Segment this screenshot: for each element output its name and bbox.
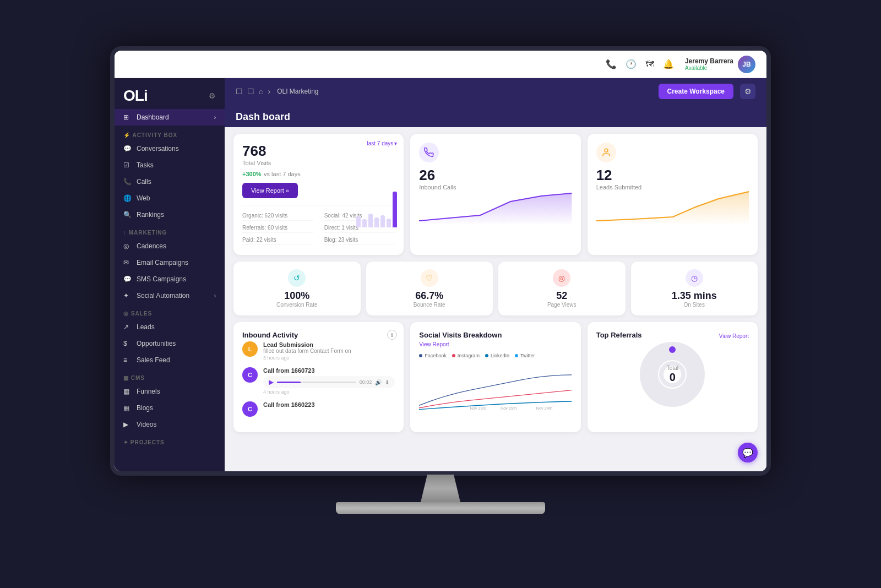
lead-time: 3 hours ago xyxy=(263,355,395,361)
nav-icon-3: ⌂ xyxy=(259,87,263,96)
call2-avatar: C xyxy=(242,401,258,417)
social-automation-label: Social Automation xyxy=(137,292,189,300)
bounce-label: Bounce Rate xyxy=(373,302,487,308)
page-views-icon: ◎ xyxy=(553,269,570,287)
bar-3 xyxy=(368,214,373,227)
on-sites-value: 1.35 mins xyxy=(638,290,752,302)
donut-center: Total 0 xyxy=(667,365,678,384)
tasks-icon: ☑ xyxy=(123,161,132,169)
bounce-value: 66.7% xyxy=(373,290,487,302)
call1-content: Call from 1660723 ▶ 00:02 🔊 xyxy=(263,367,395,395)
top-bar-icons: 📞 🕐 🗺 🔔 xyxy=(606,59,674,69)
sms-campaigns-label: SMS Campaigns xyxy=(137,275,186,283)
content-header: ☐ ☐ ⌂ › OLI Marketing Create Workspace ⚙ xyxy=(225,78,766,105)
sidebar-item-sales-feed[interactable]: ≡ Sales Feed xyxy=(115,352,225,368)
funnels-label: Funnels xyxy=(137,388,160,395)
sidebar-item-conversations[interactable]: 💬 Conversations xyxy=(115,140,225,157)
play-button[interactable]: ▶ xyxy=(269,378,274,386)
audio-progress-fill xyxy=(277,382,301,383)
calls-label: Calls xyxy=(137,178,151,186)
sidebar-item-social-automation[interactable]: ✦ Social Automation › xyxy=(115,287,225,304)
facebook-label: Facebook xyxy=(425,353,447,358)
metric-conversion-rate: ↺ 100% Conversion Rate xyxy=(233,262,361,315)
call1-time: 4 hours ago xyxy=(263,389,395,395)
sidebar-item-leads[interactable]: ↗ Leads xyxy=(115,319,225,335)
sidebar-item-email-campaigns[interactable]: ✉ Email Campaigns xyxy=(115,254,225,271)
opportunities-label: Opportunities xyxy=(137,340,176,347)
total-visits-label: Total Visits xyxy=(242,160,395,166)
time-filter-label: last 7 days xyxy=(367,140,394,146)
calls-icon: 📞 xyxy=(123,178,132,186)
email-campaigns-label: Email Campaigns xyxy=(137,259,188,266)
download-icon[interactable]: ⬇ xyxy=(385,379,389,385)
conversations-icon: 💬 xyxy=(123,145,132,153)
twitter-dot xyxy=(515,354,518,357)
header-settings-button[interactable]: ⚙ xyxy=(740,84,755,99)
sidebar-item-tasks[interactable]: ☑ Tasks xyxy=(115,157,225,173)
on-sites-label: On Sites xyxy=(638,302,752,308)
donut-total-value: 0 xyxy=(667,371,678,384)
sidebar-section-projects: ✦ PROJECTS xyxy=(115,433,225,448)
sidebar-item-dashboard[interactable]: ⊞ Dashboard › xyxy=(115,109,225,126)
legend-facebook: Facebook xyxy=(419,353,447,358)
nav-icon-4: › xyxy=(268,87,270,96)
leads-submitted-number: 12 xyxy=(596,167,749,184)
section-label-activity: ⚡ ACTIVITY BOX xyxy=(123,132,177,138)
sms-icon: 💬 xyxy=(123,275,132,283)
leads-chart xyxy=(596,190,749,224)
call1-title: Call from 1660723 xyxy=(263,367,395,374)
bottom-row: Inbound Activity ℹ L Lead Submission fil… xyxy=(233,322,758,432)
chevron-down-icon: ▾ xyxy=(394,140,397,146)
page-views-value: 52 xyxy=(505,290,619,302)
bell-icon[interactable]: 🔔 xyxy=(663,59,674,69)
audio-time: 00:02 xyxy=(360,379,372,385)
clock-icon[interactable]: 🕐 xyxy=(626,59,637,69)
inbound-calls-icon-wrapper xyxy=(419,143,439,162)
map-icon[interactable]: 🗺 xyxy=(645,59,654,69)
facebook-dot xyxy=(419,354,422,357)
chat-fab-button[interactable]: 💬 xyxy=(738,443,758,462)
metrics-row: ↺ 100% Conversion Rate ♡ 66.7% Bounce Ra… xyxy=(233,262,758,315)
traffic-paid: Paid: 22 visits xyxy=(242,235,313,245)
sidebar-item-rankings[interactable]: 🔍 Rankings xyxy=(115,206,225,223)
sidebar-settings-icon[interactable]: ⚙ xyxy=(209,91,216,100)
avatar: JB xyxy=(738,56,755,73)
content-area: ☐ ☐ ⌂ › OLI Marketing Create Workspace ⚙… xyxy=(225,78,766,471)
phone-icon[interactable]: 📞 xyxy=(606,59,617,69)
bar-1 xyxy=(356,216,361,227)
user-name: Jeremy Barrera xyxy=(685,57,733,65)
sidebar-item-videos[interactable]: ▶ Videos xyxy=(115,416,225,433)
email-icon: ✉ xyxy=(123,259,132,266)
activity-item-lead: L Lead Submission filled out data form C… xyxy=(242,341,395,361)
view-report-button[interactable]: View Report » xyxy=(242,183,298,198)
blogs-label: Blogs xyxy=(137,404,153,412)
top-referrals-card: Top Referrals View Report xyxy=(588,322,758,432)
videos-icon: ▶ xyxy=(123,421,132,428)
bar-7 xyxy=(393,192,397,227)
sidebar-item-sms-campaigns[interactable]: 💬 SMS Campaigns xyxy=(115,271,225,287)
videos-label: Videos xyxy=(137,421,156,428)
sidebar-item-calls[interactable]: 📞 Calls xyxy=(115,173,225,190)
sales-feed-label: Sales Feed xyxy=(137,356,170,364)
sidebar-item-web[interactable]: 🌐 Web xyxy=(115,190,225,206)
sidebar-item-funnels[interactable]: ▦ Funnels xyxy=(115,383,225,400)
sidebar-section-marketing: ↑ MARKETING xyxy=(115,223,225,238)
sidebar-item-opportunities[interactable]: $ Opportunities xyxy=(115,335,225,352)
sidebar-item-cadences[interactable]: ◎ Cadences xyxy=(115,238,225,254)
referrals-view-report-link[interactable]: View Report xyxy=(719,333,749,339)
time-filter-button[interactable]: last 7 days ▾ xyxy=(367,140,398,146)
inbound-activity-card: Inbound Activity ℹ L Lead Submission fil… xyxy=(233,322,404,432)
volume-icon[interactable]: 🔊 xyxy=(375,379,382,385)
user-icon xyxy=(601,148,611,157)
conversion-value: 100% xyxy=(240,290,354,302)
create-workspace-button[interactable]: Create Workspace xyxy=(659,84,734,99)
bar-2 xyxy=(362,219,367,227)
rankings-label: Rankings xyxy=(137,211,164,219)
nav-icon-1: ☐ xyxy=(236,87,243,96)
social-view-report-link[interactable]: View Report xyxy=(419,341,572,347)
social-icon: ✦ xyxy=(123,292,132,300)
activity-info-button[interactable]: ℹ xyxy=(387,330,397,340)
sidebar-item-blogs[interactable]: ▦ Blogs xyxy=(115,400,225,416)
page-title: Dash board xyxy=(236,111,755,123)
traffic-organic: Organic: 620 visits xyxy=(242,211,313,221)
